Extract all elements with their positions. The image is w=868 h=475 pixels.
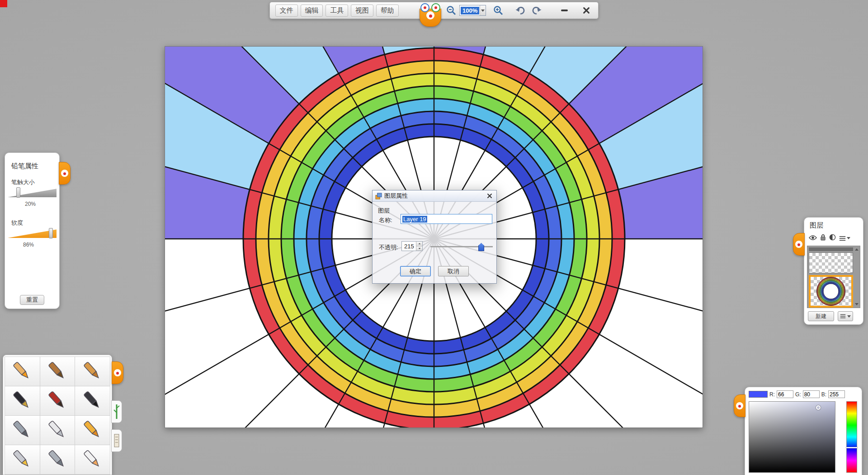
zoom-out-button[interactable] [445, 5, 457, 16]
tool-knife[interactable] [40, 445, 75, 474]
tool-wood-pen[interactable] [40, 357, 75, 386]
pencil-panel-handle[interactable] [59, 162, 71, 185]
layer-list [807, 246, 860, 308]
close-icon [487, 193, 492, 199]
spin-down-icon [418, 248, 420, 249]
current-color-swatch[interactable] [749, 391, 768, 398]
close-icon [583, 7, 590, 14]
layer-thumbnail-partial[interactable] [809, 247, 853, 251]
menu-tools[interactable]: 工具 [326, 5, 348, 17]
softness-handle[interactable] [49, 228, 53, 238]
contrast-icon [829, 234, 836, 241]
layer-thumbnail-selected[interactable] [809, 275, 853, 308]
layer-visibility-button[interactable] [809, 234, 817, 242]
undo-button[interactable] [514, 5, 526, 16]
reset-button[interactable]: 重置 [20, 295, 44, 305]
scroll-down-icon [855, 303, 859, 305]
tool-airbrush[interactable] [5, 416, 40, 445]
dialog-title: 图层属性 [384, 192, 408, 200]
red-input[interactable] [777, 390, 793, 398]
list-icon [839, 236, 846, 241]
hue-marker[interactable] [846, 447, 857, 448]
layers-panel: 图层 [804, 217, 863, 325]
roller-icon [80, 419, 105, 442]
tool-fountain-pen[interactable] [5, 386, 40, 415]
layer-blend-button[interactable] [829, 234, 836, 242]
zoom-level-combo[interactable]: 100% [459, 5, 486, 16]
pencil-panel-title: 铅笔属性 [11, 162, 38, 171]
cancel-button[interactable]: 取消 [438, 266, 469, 276]
spin-up-icon [418, 243, 420, 244]
list-icon [840, 314, 846, 318]
tool-marker[interactable] [5, 445, 40, 474]
opacity-slider-handle[interactable] [478, 243, 484, 251]
paint-brush-icon [45, 390, 70, 412]
sv-marker[interactable] [816, 405, 821, 410]
tool-crayon[interactable] [75, 357, 110, 386]
new-layer-button[interactable]: 新建 [808, 311, 834, 321]
layers-panel-handle[interactable] [793, 233, 805, 256]
airbrush-icon [9, 419, 35, 442]
minimize-button[interactable] [558, 5, 571, 16]
close-button[interactable] [580, 5, 593, 16]
zoom-in-button[interactable] [492, 5, 504, 16]
chevron-down-icon [847, 315, 851, 318]
zoom-combo-dropdown[interactable] [480, 5, 486, 15]
opacity-slider[interactable] [430, 246, 493, 247]
opacity-value: 215 [402, 242, 416, 251]
scroll-up-icon [855, 248, 859, 251]
clown-face-icon [426, 11, 434, 19]
color-panel-handle[interactable] [734, 394, 745, 417]
app-logo [418, 3, 443, 28]
layer-scroll-down[interactable] [854, 302, 859, 307]
brush-size-slider[interactable] [8, 187, 57, 198]
spin-down-button[interactable] [416, 247, 422, 251]
tool-palette-handle[interactable] [112, 361, 123, 384]
menu-help[interactable]: 帮助 [376, 5, 399, 17]
layer-scroll-up[interactable] [854, 247, 859, 252]
menu-file[interactable]: 文件 [275, 5, 298, 17]
layers-panel-title: 图层 [810, 221, 823, 230]
layer-section-label: 图层 [378, 207, 390, 215]
layer-lock-button[interactable] [820, 234, 826, 242]
green-input[interactable] [803, 390, 820, 398]
dialog-close-button[interactable] [486, 192, 494, 200]
brush-size-value: 20% [25, 201, 36, 207]
saturation-value-box[interactable] [749, 401, 835, 473]
tool-paint-brush[interactable] [40, 386, 75, 415]
tool-roller[interactable] [75, 416, 110, 445]
fountain-pen-icon [9, 390, 35, 412]
layers-menu-button[interactable] [838, 311, 853, 321]
tool-palette-knife[interactable] [40, 416, 75, 445]
crayon-icon [80, 360, 105, 383]
clown-mini-icon-left [420, 3, 429, 12]
hue-bar[interactable] [846, 401, 857, 473]
clown-face-icon [114, 369, 121, 376]
menu-edit[interactable]: 编辑 [301, 5, 323, 17]
blue-input[interactable] [828, 390, 845, 398]
spin-up-button[interactable] [416, 242, 422, 247]
pencil-icon [9, 360, 35, 383]
dialog-titlebar[interactable]: 图层属性 [373, 190, 496, 202]
layer-preview-rainbow [811, 277, 851, 306]
layer-thumbnail-empty[interactable] [809, 252, 853, 273]
nature-tools-button[interactable] [111, 400, 122, 423]
softness-slider[interactable] [8, 228, 57, 238]
palette-knife-icon [45, 419, 70, 442]
tool-ink-brush[interactable] [75, 386, 110, 415]
tool-pencil[interactable] [5, 357, 40, 386]
color-picker-panel: R: G: B: [745, 387, 862, 475]
redo-button[interactable] [531, 5, 542, 16]
paper-tools-button[interactable] [111, 429, 122, 452]
menu-view[interactable]: 视图 [351, 5, 373, 17]
brush-size-handle[interactable] [16, 187, 20, 198]
layer-options-button[interactable] [839, 236, 850, 241]
zoom-level-value[interactable]: 100% [461, 7, 479, 14]
clown-face-icon [61, 170, 68, 177]
tool-eraser[interactable] [75, 445, 110, 474]
opacity-spinner[interactable]: 215 [401, 241, 423, 251]
ok-button[interactable]: 确定 [400, 266, 431, 276]
spinner-buttons [416, 242, 422, 251]
layer-name-input[interactable]: Layer 19 [401, 214, 492, 224]
blue-label: B: [821, 391, 826, 398]
